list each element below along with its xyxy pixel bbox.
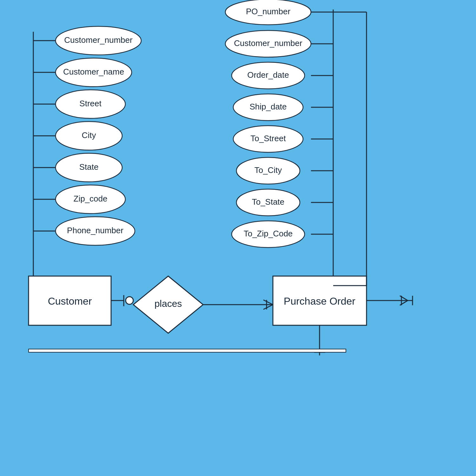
attr-customer-number-right: Customer_number <box>234 38 302 48</box>
attr-street: Street <box>79 99 102 108</box>
attr-to-zip-code: To_Zip_Code <box>244 229 293 238</box>
attr-order-date: Order_date <box>247 70 289 80</box>
attr-to-street: To_Street <box>250 134 286 143</box>
attr-to-city: To_City <box>255 165 282 175</box>
attr-state: State <box>79 162 99 172</box>
attr-phone-number: Phone_number <box>67 226 123 235</box>
svg-point-42 <box>126 297 133 304</box>
entity-purchase-order: Purchase Order <box>284 295 355 307</box>
attr-customer-name: Customer_name <box>63 67 124 76</box>
attr-customer-number-left: Customer_number <box>64 35 133 45</box>
attr-ship-date: Ship_date <box>249 102 287 111</box>
attr-city: City <box>82 130 96 140</box>
relationship-places: places <box>155 298 182 309</box>
attr-po-number: PO_number <box>246 7 291 16</box>
attr-zip-code: Zip_code <box>74 194 108 203</box>
attr-to-state: To_State <box>252 197 285 207</box>
svg-rect-51 <box>29 349 346 352</box>
entity-customer: Customer <box>48 295 92 307</box>
diagram-container: Customer_number Customer_name Street Cit… <box>0 0 476 476</box>
